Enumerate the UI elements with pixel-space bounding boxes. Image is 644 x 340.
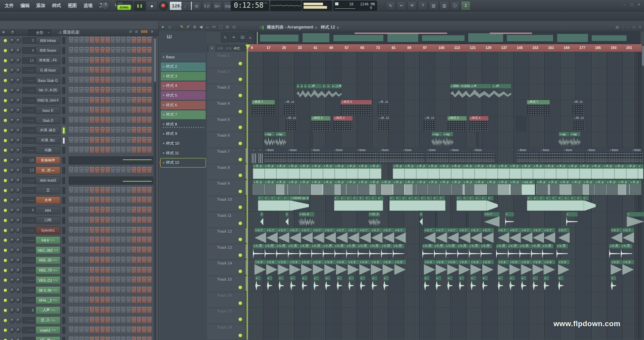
clip-header[interactable]: ▸ [546, 196, 551, 200]
step-button[interactable] [100, 287, 105, 293]
track-options-dots[interactable]: ⋯ [210, 191, 213, 194]
clip[interactable]: ≡样式 3 [447, 116, 467, 131]
step-button[interactable] [111, 47, 115, 54]
channel-volume-knob[interactable] [15, 148, 21, 153]
track-mute-led[interactable] [238, 125, 243, 130]
channel-number-display[interactable]: 13 [22, 157, 36, 163]
clip[interactable]: ▸水..p [393, 164, 405, 179]
channel-number-display[interactable]: 15 [22, 57, 36, 64]
step-button[interactable] [90, 247, 94, 253]
channel-filter-dropdown[interactable]: 全部 [28, 30, 51, 36]
channel-selector-meter[interactable] [62, 37, 65, 44]
clip[interactable]: ▸水..p [463, 164, 475, 179]
clip[interactable]: ▸ [300, 84, 303, 99]
channel-pan-knob[interactable] [9, 178, 15, 183]
step-button[interactable] [147, 137, 152, 144]
step-button[interactable] [74, 217, 79, 224]
step-button[interactable] [74, 227, 79, 234]
clip-header[interactable]: ▸水..p [606, 180, 618, 184]
clip[interactable]: ≡样式 7 [527, 100, 550, 115]
menu-item-样式[interactable]: 样式 [49, 0, 64, 11]
rack-scrollbar-thumb[interactable] [154, 38, 156, 82]
step-button[interactable] [74, 77, 79, 84]
clip[interactable]: ≡Bass [631, 148, 643, 163]
step-button[interactable] [74, 127, 79, 134]
clip-header[interactable]: ▸ [353, 196, 359, 200]
clip[interactable]: ▸V..用 [481, 244, 492, 259]
step-button[interactable] [147, 117, 152, 124]
clip-header[interactable]: ▸rap [264, 132, 275, 136]
channel-name-button[interactable]: VEE..02∿∿ [36, 256, 60, 264]
clip-header[interactable]: ▸V..7 [521, 228, 532, 232]
step-button[interactable] [131, 247, 136, 253]
step-button[interactable] [137, 217, 142, 224]
clip-header[interactable]: ▸ [302, 276, 307, 280]
step-button[interactable] [105, 267, 110, 274]
clip-header[interactable]: ▸ [638, 164, 643, 168]
channel-volume-knob[interactable] [15, 128, 21, 133]
step-button[interactable] [147, 57, 152, 64]
clip-header[interactable]: ▸ [457, 196, 462, 200]
clip[interactable]: ▸水..p [276, 180, 288, 195]
clip[interactable]: ▸ [258, 196, 264, 211]
clip-header[interactable]: ▸V..9 [394, 260, 406, 264]
step-button[interactable] [126, 107, 131, 113]
track-lane-5[interactable]: ≡样..12≡样式 3≡样式 4≡样..12≡样..12≡样式 3≡样式 4≡样… [245, 116, 644, 132]
clip-header[interactable]: ▸V..用 [508, 244, 519, 248]
clip[interactable]: ▸ [611, 276, 616, 291]
clip-header[interactable]: ≡Bass [402, 148, 425, 152]
clip-header[interactable]: ▸V..9 [498, 260, 509, 264]
clip-header[interactable]: ▸水..p [536, 180, 548, 184]
clip-header[interactable]: ▸ [348, 276, 354, 280]
channel-selector-meter[interactable] [62, 267, 65, 274]
clip[interactable]: ▸水..p [300, 180, 311, 195]
clip-header[interactable]: ▸V..7 [623, 228, 634, 232]
clip-header[interactable]: ▸水..p [311, 180, 323, 184]
step-button[interactable] [95, 187, 100, 194]
graph-editor-icon[interactable]: ılı [135, 30, 138, 34]
clip[interactable]: ▸..人声 [331, 84, 341, 99]
clip[interactable]: ▸ [408, 196, 414, 211]
clip-header[interactable]: ▸ [527, 196, 533, 200]
clip-header[interactable]: ▸水..p [595, 180, 606, 184]
clip[interactable]: ▸ [577, 196, 582, 211]
clip-header[interactable]: ▸V..用 [369, 244, 381, 248]
playlist-window-control-button[interactable]: ✕ [638, 25, 642, 30]
step-button[interactable] [137, 337, 142, 340]
clip-header[interactable]: ▸水..p [393, 164, 405, 168]
step-button[interactable] [121, 147, 126, 153]
step-button[interactable] [131, 87, 136, 94]
clip[interactable]: ▸水..p [618, 180, 630, 195]
step-button[interactable] [105, 127, 110, 134]
clip[interactable]: ▸ [297, 84, 300, 99]
step-button[interactable] [85, 207, 89, 213]
step-button[interactable] [79, 257, 84, 263]
clip[interactable]: ▸ [353, 196, 359, 211]
pause-button[interactable]: ❚❚ [134, 1, 146, 11]
channel-volume-knob[interactable] [15, 198, 21, 203]
step-button[interactable] [131, 147, 136, 153]
clip-header[interactable]: ▸水..p [358, 164, 370, 168]
clip-header[interactable]: ▸ [334, 196, 340, 200]
clip-header[interactable]: ▸V..9 [459, 260, 470, 264]
clip-header[interactable]: ▸V..用 [334, 244, 346, 248]
step-button[interactable] [131, 287, 136, 293]
channel-pan-knob[interactable] [9, 58, 15, 63]
clip-header[interactable]: ▸水..p [533, 164, 545, 168]
channel-pan-knob[interactable] [9, 108, 15, 113]
step-button[interactable] [74, 257, 79, 263]
clip[interactable]: ▸V..用 [358, 244, 369, 259]
step-button[interactable] [95, 67, 100, 74]
step-button[interactable] [147, 207, 152, 213]
channel-selector-meter[interactable] [62, 157, 65, 164]
clip[interactable]: ▸V..用 [556, 244, 568, 259]
clip-header[interactable]: ▸ [260, 212, 263, 216]
step-button[interactable] [126, 57, 131, 64]
step-button[interactable] [147, 197, 152, 203]
step-button[interactable] [111, 57, 115, 64]
channel-number-display[interactable]: --- [22, 237, 36, 243]
clip[interactable]: ▸ [539, 196, 545, 211]
channel-number-display[interactable]: --- [22, 317, 36, 324]
step-button[interactable] [147, 67, 152, 74]
clip-header[interactable]: ▸水..p [521, 164, 533, 168]
